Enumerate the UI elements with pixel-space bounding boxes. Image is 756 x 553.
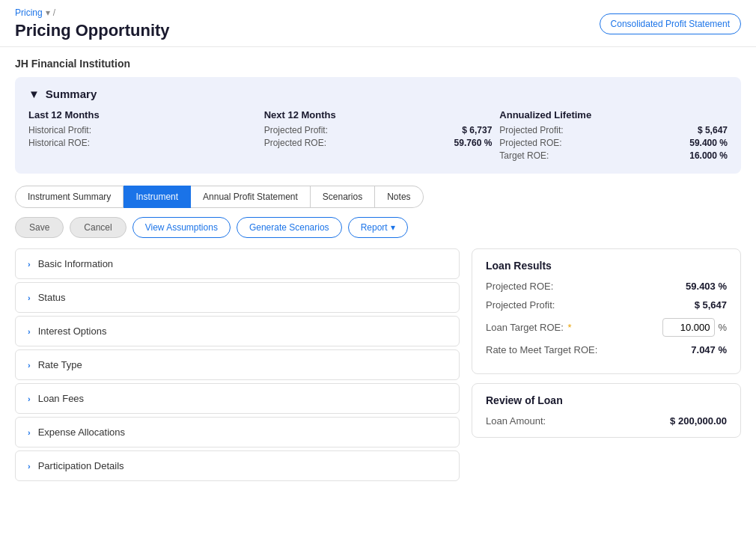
loan-results-title: Loan Results [486, 260, 727, 272]
accordion-rate-type[interactable]: › Rate Type [15, 349, 460, 380]
breadcrumb-dropdown-icon[interactable]: ▾ [46, 7, 50, 18]
page-title: Pricing Opportunity [15, 21, 170, 40]
accordion-status[interactable]: › Status [15, 282, 460, 313]
summary-title-text: Summary [46, 88, 97, 100]
accordion-label-rate-type: Rate Type [38, 359, 82, 370]
next12-projected-roe-label: Projected ROE: [264, 138, 326, 148]
loan-amount-label: Loan Amount: [486, 415, 546, 427]
chevron-right-icon: › [28, 428, 31, 437]
chevron-right-icon: › [28, 327, 31, 336]
save-button[interactable]: Save [15, 217, 64, 238]
accordion-label-participation-details: Participation Details [38, 460, 124, 471]
report-button[interactable]: Report ▾ [348, 217, 408, 238]
summary-col-next12-heading: Next 12 Months [264, 109, 493, 120]
summary-box: ▼ Summary Last 12 Months Historical Prof… [15, 77, 741, 174]
accordion-loan-fees[interactable]: › Loan Fees [15, 383, 460, 414]
next12-projected-profit-value: $ 6,737 [462, 125, 492, 135]
breadcrumb-pricing-link[interactable]: Pricing [15, 7, 43, 18]
annualized-target-roe-value: 16.000 % [689, 150, 728, 161]
loan-results-box: Loan Results Projected ROE: 59.403 % Pro… [472, 248, 741, 374]
chevron-right-icon: › [28, 462, 31, 471]
accordion-container: › Basic Information › Status › Interest … [15, 248, 460, 481]
generate-scenarios-button[interactable]: Generate Scenarios [237, 217, 342, 238]
tab-instrument[interactable]: Instrument [124, 186, 191, 208]
review-of-loan-box: Review of Loan Loan Amount: $ 200,000.00 [472, 383, 741, 438]
action-bar: Save Cancel View Assumptions Generate Sc… [15, 217, 741, 238]
tab-scenarios[interactable]: Scenarios [311, 186, 375, 208]
result-row-rate-to-meet: Rate to Meet Target ROE: 7.047 % [486, 344, 727, 355]
tab-instrument-summary[interactable]: Instrument Summary [15, 186, 124, 208]
accordion-basic-information[interactable]: › Basic Information [15, 248, 460, 279]
accordion-label-basic-information: Basic Information [38, 258, 113, 269]
historical-profit-label: Historical Profit: [28, 125, 91, 135]
breadcrumb-separator: / [53, 7, 55, 18]
loan-target-roe-input[interactable] [662, 318, 715, 337]
accordion-label-loan-fees: Loan Fees [38, 393, 84, 404]
accordion-label-interest-options: Interest Options [38, 326, 107, 337]
next12-projected-profit-label: Projected Profit: [264, 125, 328, 135]
accordion-label-expense-allocations: Expense Allocations [38, 427, 125, 438]
cancel-button[interactable]: Cancel [70, 217, 126, 238]
next12-projected-roe-value: 59.760 % [454, 138, 493, 148]
accordion-interest-options[interactable]: › Interest Options [15, 316, 460, 346]
result-row-loan-target-roe: Loan Target ROE: * % [486, 318, 727, 337]
summary-col-last-12: Last 12 Months Historical Profit: Histor… [28, 109, 257, 163]
projected-profit-value: $ 5,647 [695, 299, 727, 311]
summary-col-next-12: Next 12 Months Projected Profit: $ 6,737… [264, 109, 493, 163]
loan-target-roe-unit: % [718, 322, 727, 333]
accordion-participation-details[interactable]: › Participation Details [15, 450, 460, 481]
projected-roe-value: 59.403 % [686, 281, 727, 292]
loan-amount-value: $ 200,000.00 [670, 415, 727, 427]
right-column: Loan Results Projected ROE: 59.403 % Pro… [472, 248, 741, 481]
summary-col-annualized: Annualized Lifetime Projected Profit: $ … [499, 109, 728, 163]
report-chevron-icon: ▾ [391, 222, 395, 233]
review-of-loan-title: Review of Loan [486, 394, 727, 406]
tab-annual-profit-statement[interactable]: Annual Profit Statement [191, 186, 311, 208]
result-row-projected-profit: Projected Profit: $ 5,647 [486, 299, 727, 311]
rate-to-meet-value: 7.047 % [691, 344, 727, 355]
rate-to-meet-label: Rate to Meet Target ROE: [486, 344, 597, 355]
accordion-label-status: Status [38, 292, 66, 303]
summary-collapse-icon[interactable]: ▼ [28, 88, 40, 100]
chevron-right-icon: › [28, 260, 31, 269]
loan-target-roe-label: Loan Target ROE: * [486, 322, 572, 333]
summary-col-annualized-heading: Annualized Lifetime [499, 109, 728, 120]
summary-col-last12-heading: Last 12 Months [28, 109, 257, 120]
consolidated-profit-statement-button[interactable]: Consolidated Profit Statement [600, 13, 741, 34]
annualized-projected-profit-label: Projected Profit: [499, 125, 563, 135]
institution-name: JH Financial Institution [15, 58, 741, 70]
projected-profit-label: Projected Profit: [486, 299, 555, 311]
chevron-right-icon: › [28, 361, 31, 370]
annualized-projected-roe-value: 59.400 % [689, 138, 728, 148]
annualized-target-roe-label: Target ROE: [499, 150, 549, 161]
tab-notes[interactable]: Notes [375, 186, 423, 208]
review-row-loan-amount: Loan Amount: $ 200,000.00 [486, 415, 727, 427]
annualized-projected-profit-value: $ 5,647 [698, 125, 728, 135]
view-assumptions-button[interactable]: View Assumptions [132, 217, 231, 238]
required-star: * [567, 322, 571, 333]
chevron-right-icon: › [28, 394, 31, 403]
historical-roe-label: Historical ROE: [28, 138, 90, 148]
tabs-container: Instrument Summary Instrument Annual Pro… [15, 186, 741, 208]
chevron-right-icon: › [28, 293, 31, 302]
result-row-projected-roe: Projected ROE: 59.403 % [486, 281, 727, 292]
projected-roe-label: Projected ROE: [486, 281, 553, 292]
annualized-projected-roe-label: Projected ROE: [499, 138, 561, 148]
accordion-expense-allocations[interactable]: › Expense Allocations [15, 417, 460, 447]
report-label: Report [361, 222, 388, 233]
